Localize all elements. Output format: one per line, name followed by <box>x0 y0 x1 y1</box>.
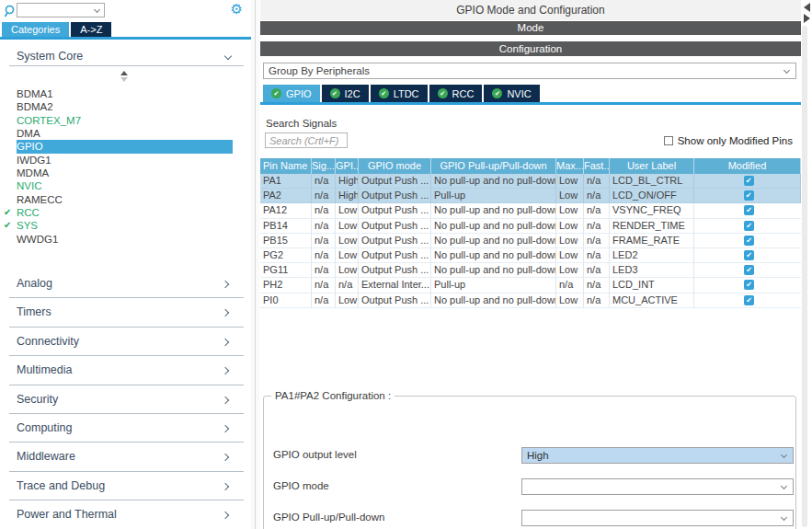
sidebar-item-cortex-m7[interactable]: CORTEX_M7 <box>0 114 251 127</box>
check-circle-icon: ✔ <box>330 88 340 98</box>
check-circle-icon: ✔ <box>379 88 389 98</box>
cell-pin-name: PB14 <box>260 219 312 233</box>
table-row[interactable]: PA1 n/a High Output Push ... No pull-up … <box>260 174 801 189</box>
tab-gpio[interactable]: ✔GPIO <box>263 85 320 102</box>
signal-tabs: ✔GPIO ✔I2C ✔LTDC ✔RCC ✔NVIC <box>263 85 540 102</box>
sidebar-item-dma[interactable]: DMA <box>0 127 251 140</box>
table-row[interactable]: PG11 n/a Low Output Push ... No pull-up … <box>260 263 801 278</box>
category-connectivity[interactable]: Connectivity <box>0 328 251 356</box>
sidebar-item-iwdg1[interactable]: IWDG1 <box>0 154 251 167</box>
vertical-scrollbar[interactable] <box>802 26 807 527</box>
gpio-output-level-select[interactable]: High <box>521 447 794 464</box>
cell-pin-name: PA2 <box>260 189 312 202</box>
search-signals-input[interactable] <box>265 132 348 148</box>
header-gpio-output[interactable]: GPI... <box>336 158 359 174</box>
header-max-speed[interactable]: Max... <box>556 158 584 174</box>
item-label: CORTEX_M7 <box>17 115 81 126</box>
gpio-mode-select[interactable] <box>521 478 794 495</box>
modified-checkbox[interactable]: ✔ <box>744 265 754 275</box>
tab-categories[interactable]: Categories <box>2 22 69 37</box>
sidebar-item-rcc[interactable]: ✔RCC <box>0 206 251 219</box>
cell-user-label: FRAME_RATE <box>610 234 694 247</box>
tab-i2c[interactable]: ✔I2C <box>322 85 369 102</box>
category-label: Trace and Debug <box>17 479 105 492</box>
modified-checkbox[interactable]: ✔ <box>744 236 754 246</box>
category-computing[interactable]: Computing <box>0 414 251 443</box>
configuration-section-header[interactable]: Configuration <box>260 41 801 56</box>
sidebar-item-nvic[interactable]: NVIC <box>0 179 251 192</box>
mode-and-configuration-panel: GPIO Mode and Configuration Mode Configu… <box>259 0 801 529</box>
modified-checkbox[interactable]: ✔ <box>744 190 754 201</box>
table-row[interactable]: PA2 n/a High Output Push ... Pull-up Low… <box>260 189 801 203</box>
peripherals-sidebar: ⚙ Categories A->Z System Core BDMA1 BDMA… <box>0 0 251 529</box>
modified-checkbox[interactable]: ✔ <box>744 280 754 290</box>
mode-section-header[interactable]: Mode <box>260 21 801 35</box>
gear-icon[interactable]: ⚙ <box>231 1 243 17</box>
sidebar-item-bdma2[interactable]: BDMA2 <box>0 100 251 113</box>
header-fast-mode[interactable]: Fast... <box>584 158 610 174</box>
cell-fast-mode: n/a <box>584 203 610 217</box>
tab-a-to-z[interactable]: A->Z <box>71 22 111 37</box>
cell-gpio-mode: External Inter... <box>359 278 431 292</box>
header-gpio-mode[interactable]: GPIO mode <box>359 158 431 174</box>
table-row[interactable]: PG2 n/a Low Output Push ... No pull-up a… <box>260 248 801 263</box>
table-row[interactable]: PA12 n/a Low Output Push ... No pull-up … <box>260 203 801 218</box>
header-signal[interactable]: Sig... <box>312 158 336 174</box>
collapse-right-icon[interactable] <box>804 14 810 23</box>
cell-pin-name: PG2 <box>260 248 312 262</box>
cell-gpio-mode: Output Push ... <box>359 248 431 262</box>
modified-checkbox[interactable]: ✔ <box>744 205 754 215</box>
header-pin-name[interactable]: Pin Name▲ <box>260 158 312 174</box>
cell-gpio-output: High <box>336 174 359 188</box>
category-trace-and-debug[interactable]: Trace and Debug <box>0 472 251 500</box>
category-timers[interactable]: Timers <box>0 298 251 327</box>
category-middleware[interactable]: Middleware <box>0 443 251 471</box>
cell-max-speed: Low <box>556 219 584 233</box>
table-row[interactable]: PH2 n/a n/a External Inter... Pull-up n/… <box>260 278 801 293</box>
sidebar-item-mdma[interactable]: MDMA <box>0 167 251 179</box>
collapse-left-icon[interactable] <box>804 3 810 12</box>
sidebar-item-wwdg1[interactable]: WWDG1 <box>0 233 251 246</box>
cell-signal: n/a <box>312 219 336 233</box>
list-scroll-spinner-icon[interactable] <box>120 71 128 82</box>
category-multimedia[interactable]: Multimedia <box>0 356 251 385</box>
section-system-core[interactable]: System Core <box>0 46 251 65</box>
item-label: GPIO <box>17 141 43 152</box>
show-modified-checkbox[interactable] <box>664 136 673 145</box>
category-analog[interactable]: Analog <box>0 270 251 298</box>
table-row[interactable]: PB14 n/a Low Output Push ... No pull-up … <box>260 219 801 234</box>
category-label: Power and Thermal <box>17 508 117 521</box>
header-modified[interactable]: Modified <box>694 158 801 174</box>
sidebar-item-gpio[interactable]: GPIO <box>17 140 233 153</box>
cell-pull: Pull-up <box>431 189 556 202</box>
header-user-label[interactable]: User Label <box>610 158 694 174</box>
category-security[interactable]: Security <box>0 385 251 414</box>
tab-ltdc[interactable]: ✔LTDC <box>371 85 428 102</box>
tab-nvic[interactable]: ✔NVIC <box>484 85 539 102</box>
category-power-and-thermal[interactable]: Power and Thermal <box>0 500 251 529</box>
table-row[interactable]: PI0 n/a Low Output Push ... No pull-up a… <box>260 293 801 308</box>
peripheral-search-combobox[interactable] <box>17 3 105 17</box>
tab-rcc[interactable]: ✔RCC <box>429 85 483 102</box>
modified-checkbox[interactable]: ✔ <box>744 176 754 186</box>
cell-gpio-output: High <box>336 189 359 202</box>
cell-user-label: LED3 <box>610 263 694 277</box>
cell-gpio-mode: Output Push ... <box>359 189 431 202</box>
search-icon[interactable] <box>4 5 16 23</box>
chevron-down-icon <box>781 514 787 521</box>
gpio-pull-select[interactable] <box>521 510 794 526</box>
cell-pin-name: PA1 <box>260 174 312 188</box>
panel-splitter[interactable] <box>251 0 259 529</box>
table-row[interactable]: PB15 n/a Low Output Push ... No pull-up … <box>260 234 801 248</box>
category-label: Analog <box>17 277 52 290</box>
table-header-row: Pin Name▲ Sig... GPI... GPIO mode GPIO P… <box>260 158 801 174</box>
group-by-select[interactable]: Group By Peripherals <box>263 63 796 79</box>
modified-checkbox[interactable]: ✔ <box>744 295 754 305</box>
modified-checkbox[interactable]: ✔ <box>744 221 754 231</box>
header-pull[interactable]: GPIO Pull-up/Pull-down <box>431 158 556 174</box>
sidebar-item-sys[interactable]: ✔SYS <box>0 219 251 232</box>
sidebar-item-bdma1[interactable]: BDMA1 <box>0 87 251 100</box>
cell-user-label: VSYNC_FREQ <box>610 203 694 217</box>
sidebar-item-ramecc[interactable]: RAMECC <box>0 193 251 206</box>
modified-checkbox[interactable]: ✔ <box>744 250 754 260</box>
